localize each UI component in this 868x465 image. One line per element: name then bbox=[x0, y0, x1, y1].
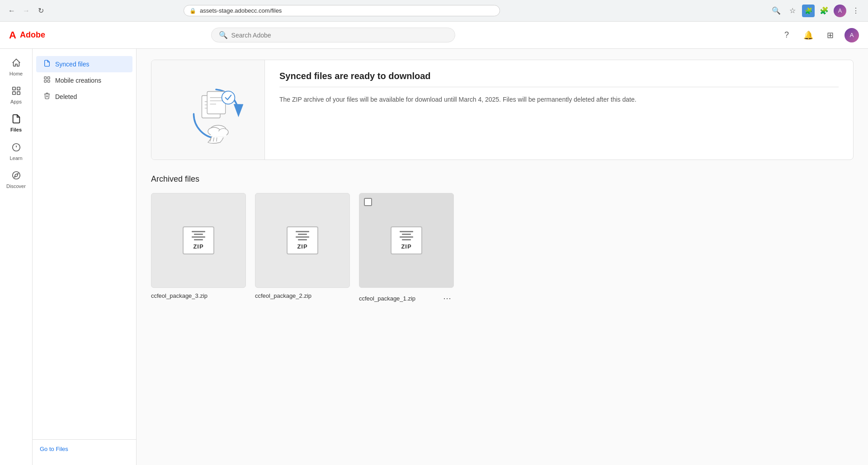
files-icon bbox=[11, 114, 21, 125]
file-name-1: ccfeol_package_1.zip bbox=[359, 295, 415, 302]
svg-rect-0 bbox=[12, 87, 15, 90]
zip-label: ZIP bbox=[193, 243, 203, 250]
forward-button[interactable]: → bbox=[20, 5, 33, 17]
zip-line bbox=[192, 236, 205, 238]
left-nav: Home Apps bbox=[0, 49, 33, 465]
search-icon: 🔍 bbox=[219, 31, 228, 39]
nav-label-home: Home bbox=[9, 71, 23, 77]
go-to-files-link[interactable]: Go to Files bbox=[40, 446, 68, 452]
svg-rect-9 bbox=[44, 77, 47, 79]
svg-line-28 bbox=[217, 137, 217, 141]
banner: Synced files are ready to download The Z… bbox=[151, 60, 854, 160]
zip-lines-3 bbox=[192, 231, 205, 240]
search-input[interactable] bbox=[231, 32, 448, 39]
extensions-button[interactable]: 🧩 bbox=[817, 4, 831, 18]
nav-item-apps[interactable]: Apps bbox=[2, 82, 31, 108]
user-avatar[interactable]: A bbox=[844, 28, 859, 42]
zip-file-icon-1: ZIP bbox=[391, 226, 422, 254]
svg-rect-2 bbox=[12, 92, 15, 94]
nav-item-home[interactable]: Home bbox=[2, 54, 31, 80]
browser-chrome: ← → ↻ 🔒 assets-stage.adobecc.com/files 🔍… bbox=[0, 0, 868, 22]
svg-rect-25 bbox=[211, 132, 226, 136]
zip-line bbox=[298, 234, 307, 235]
sidebar-item-mobile-creations[interactable]: Mobile creations bbox=[36, 72, 132, 89]
banner-text: Synced files are ready to download The Z… bbox=[264, 60, 853, 160]
nav-item-discover[interactable]: Discover bbox=[2, 167, 31, 193]
file-footer-1: ccfeol_package_1.zip ⋯ bbox=[359, 292, 454, 304]
help-button[interactable]: ? bbox=[779, 28, 794, 42]
zip-line bbox=[402, 239, 411, 240]
file-thumbnail-3: ZIP bbox=[151, 193, 246, 288]
sidebar-item-label-mobile: Mobile creations bbox=[55, 77, 101, 84]
address-url: assets-stage.adobecc.com/files bbox=[200, 7, 494, 14]
zip-label: ZIP bbox=[297, 243, 307, 250]
banner-divider bbox=[279, 87, 839, 87]
nav-label-learn: Learn bbox=[9, 155, 22, 161]
learn-icon bbox=[11, 142, 21, 154]
sidebar-item-deleted[interactable]: Deleted bbox=[36, 89, 132, 105]
apps-grid-button[interactable]: ⊞ bbox=[823, 28, 837, 42]
sidebar-item-synced-files[interactable]: Synced files bbox=[36, 56, 132, 72]
section-title: Archived files bbox=[151, 174, 854, 184]
svg-point-21 bbox=[222, 91, 235, 104]
search-bar[interactable]: 🔍 bbox=[211, 28, 455, 42]
svg-rect-1 bbox=[17, 87, 19, 90]
adobe-logo-icon: A bbox=[9, 30, 16, 40]
file-thumbnail-1: ZIP bbox=[359, 193, 454, 288]
files-grid: ZIP ccfeol_package_3.zip bbox=[151, 193, 854, 304]
sync-illustration bbox=[167, 69, 249, 150]
svg-rect-11 bbox=[44, 80, 47, 82]
file-card-3[interactable]: ZIP ccfeol_package_3.zip bbox=[151, 193, 246, 304]
nav-label-discover: Discover bbox=[6, 183, 26, 189]
zip-line bbox=[298, 239, 307, 240]
synced-files-icon bbox=[43, 60, 51, 69]
extension-icon[interactable]: 🧩 bbox=[802, 5, 815, 17]
search-browser-button[interactable]: 🔍 bbox=[769, 4, 783, 18]
main-layout: Home Apps bbox=[0, 49, 868, 465]
top-bar: A Adobe 🔍 ? 🔔 ⊞ A bbox=[0, 22, 868, 49]
zip-lines-2 bbox=[296, 231, 309, 240]
deleted-icon bbox=[43, 92, 51, 101]
file-name-2: ccfeol_package_2.zip bbox=[255, 292, 350, 299]
home-icon bbox=[11, 58, 21, 69]
zip-line bbox=[296, 236, 309, 238]
zip-line bbox=[194, 239, 203, 240]
bookmark-button[interactable]: ☆ bbox=[786, 4, 799, 18]
zip-line bbox=[192, 231, 205, 232]
nav-item-learn[interactable]: Learn bbox=[2, 139, 31, 165]
zip-line bbox=[194, 234, 203, 235]
svg-rect-12 bbox=[47, 80, 50, 82]
notification-button[interactable]: 🔔 bbox=[801, 28, 816, 42]
browser-profile-avatar[interactable]: A bbox=[834, 5, 846, 17]
more-options-button-1[interactable]: ⋯ bbox=[440, 292, 454, 304]
file-card-1[interactable]: ZIP ccfeol_package_1.zip ⋯ bbox=[359, 193, 454, 304]
banner-title: Synced files are ready to download bbox=[279, 71, 839, 81]
svg-point-7 bbox=[12, 172, 20, 179]
main-content: Synced files are ready to download The Z… bbox=[137, 49, 868, 465]
mobile-creations-icon bbox=[43, 76, 51, 85]
sidebar-item-label-deleted: Deleted bbox=[55, 93, 77, 100]
adobe-logo[interactable]: A Adobe bbox=[9, 30, 45, 40]
file-checkbox-1[interactable] bbox=[364, 198, 372, 206]
file-card-2[interactable]: ZIP ccfeol_package_2.zip bbox=[255, 193, 350, 304]
zip-file-icon-3: ZIP bbox=[183, 226, 214, 254]
address-security-icon: 🔒 bbox=[189, 8, 196, 14]
zip-line bbox=[402, 234, 411, 235]
svg-rect-3 bbox=[17, 92, 19, 94]
back-button[interactable]: ← bbox=[5, 5, 18, 17]
browser-nav-buttons: ← → ↻ bbox=[5, 5, 47, 17]
svg-marker-8 bbox=[14, 174, 18, 177]
archived-files-section: Archived files bbox=[151, 174, 854, 304]
browser-menu-button[interactable]: ⋮ bbox=[849, 4, 863, 18]
file-thumbnail-2: ZIP bbox=[255, 193, 350, 288]
reload-button[interactable]: ↻ bbox=[34, 5, 47, 17]
adobe-logo-text: Adobe bbox=[20, 30, 45, 40]
svg-rect-10 bbox=[47, 77, 50, 79]
banner-illustration bbox=[151, 60, 264, 160]
discover-icon bbox=[11, 170, 21, 182]
nav-label-apps: Apps bbox=[10, 99, 22, 105]
address-bar[interactable]: 🔒 assets-stage.adobecc.com/files bbox=[184, 5, 500, 16]
zip-line bbox=[296, 231, 309, 232]
top-bar-right: ? 🔔 ⊞ A bbox=[779, 28, 859, 42]
nav-item-files[interactable]: Files bbox=[2, 110, 31, 136]
